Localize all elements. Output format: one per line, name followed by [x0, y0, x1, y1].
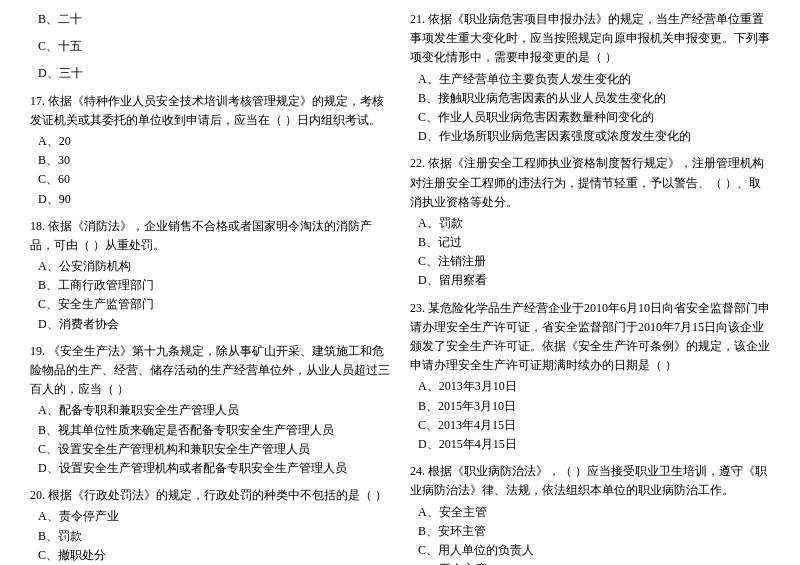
question-23: 23. 某危险化学品生产经营企业于2010年6月10日向省安全监督部门申请办理安… [410, 299, 770, 455]
q19-option-a: A、配备专职和兼职安全生产管理人员 [30, 401, 390, 420]
q17-option-a: A、20 [30, 132, 390, 151]
question-19: 19. 《安全生产法》第十九条规定，除从事矿山开采、建筑施工和危险物品的生产、经… [30, 342, 390, 478]
q23-option-d: D、2015年4月15日 [410, 435, 770, 454]
option-text: D、三十 [30, 64, 390, 83]
q23-option-b: B、2015年3月10日 [410, 397, 770, 416]
q21-option-c: C、作业人员职业病危害因素数量种间变化的 [410, 108, 770, 127]
q21-option-b: B、接触职业病危害因素的从业人员发生变化的 [410, 89, 770, 108]
option-c-15: C、十五 [30, 37, 390, 56]
option-text: B、二十 [30, 10, 390, 29]
q22-option-b: B、记过 [410, 233, 770, 252]
q18-option-a: A、公安消防机构 [30, 257, 390, 276]
q23-option-a: A、2013年3月10日 [410, 377, 770, 396]
q20-option-b: B、罚款 [30, 527, 390, 546]
q23-option-c: C、2013年4月15日 [410, 416, 770, 435]
two-column-layout: B、二十 C、十五 D、三十 17. 依据《特种作业人员安全技术培训考核管理规定… [30, 10, 770, 565]
q19-option-b: B、视其单位性质来确定是否配备专职安全生产管理人员 [30, 421, 390, 440]
q17-option-d: D、90 [30, 190, 390, 209]
option-d-30: D、三十 [30, 64, 390, 83]
page-container: B、二十 C、十五 D、三十 17. 依据《特种作业人员安全技术培训考核管理规定… [30, 10, 770, 565]
q20-option-a: A、责令停产业 [30, 507, 390, 526]
question-19-text: 19. 《安全生产法》第十九条规定，除从事矿山开采、建筑施工和危险物品的生产、经… [30, 342, 390, 400]
right-column: 21. 依据《职业病危害项目申报办法》的规定，当生产经营单位重置事项发生重大变化… [410, 10, 770, 565]
q22-option-a: A、罚款 [410, 214, 770, 233]
option-text: C、十五 [30, 37, 390, 56]
question-20-text: 20. 根据《行政处罚法》的规定，行政处罚的种类中不包括的是（ ） [30, 486, 390, 505]
question-21-text: 21. 依据《职业病危害项目申报办法》的规定，当生产经营单位重置事项发生重大变化… [410, 10, 770, 68]
question-23-text: 23. 某危险化学品生产经营企业于2010年6月10日向省安全监督部门申请办理安… [410, 299, 770, 376]
q19-option-d: D、设置安全生产管理机构或者配备专职安全生产管理人员 [30, 459, 390, 478]
question-18-text: 18. 依据《消防法》，企业销售不合格或者国家明令淘汰的消防产品，可由（ ）从重… [30, 217, 390, 255]
option-b-20: B、二十 [30, 10, 390, 29]
question-21: 21. 依据《职业病危害项目申报办法》的规定，当生产经营单位重置事项发生重大变化… [410, 10, 770, 146]
q24-option-c: C、用人单位的负责人 [410, 541, 770, 560]
q17-option-c: C、60 [30, 170, 390, 189]
q22-option-d: D、留用察看 [410, 271, 770, 290]
q21-option-d: D、作业场所职业病危害因素强度或浓度发生变化的 [410, 127, 770, 146]
question-22: 22. 依据《注册安全工程师执业资格制度暂行规定》，注册管理机构对注册安全工程师… [410, 154, 770, 290]
q21-option-a: A、生产经营单位主要负责人发生变化的 [410, 70, 770, 89]
q19-option-c: C、设置安全生产管理机构和兼职安全生产管理人员 [30, 440, 390, 459]
q24-option-d: D、工会主席 [410, 560, 770, 565]
question-22-text: 22. 依据《注册安全工程师执业资格制度暂行规定》，注册管理机构对注册安全工程师… [410, 154, 770, 212]
question-24: 24. 根据《职业病防治法》，（ ）应当接受职业卫生培训，遵守《职业病防治法》律… [410, 462, 770, 565]
question-17-text: 17. 依据《特种作业人员安全技术培训考核管理规定》的规定，考核发证机关或其委托… [30, 92, 390, 130]
question-20: 20. 根据《行政处罚法》的规定，行政处罚的种类中不包括的是（ ） A、责令停产… [30, 486, 390, 565]
q17-option-b: B、30 [30, 151, 390, 170]
q18-option-d: D、消费者协会 [30, 315, 390, 334]
q24-option-b: B、安环主管 [410, 522, 770, 541]
q24-option-a: A、安全主管 [410, 503, 770, 522]
q20-option-c: C、撤职处分 [30, 546, 390, 565]
question-24-text: 24. 根据《职业病防治法》，（ ）应当接受职业卫生培训，遵守《职业病防治法》律… [410, 462, 770, 500]
q18-option-c: C、安全生产监管部门 [30, 295, 390, 314]
q18-option-b: B、工商行政管理部门 [30, 276, 390, 295]
question-18: 18. 依据《消防法》，企业销售不合格或者国家明令淘汰的消防产品，可由（ ）从重… [30, 217, 390, 334]
left-column: B、二十 C、十五 D、三十 17. 依据《特种作业人员安全技术培训考核管理规定… [30, 10, 390, 565]
question-17: 17. 依据《特种作业人员安全技术培训考核管理规定》的规定，考核发证机关或其委托… [30, 92, 390, 209]
q22-option-c: C、注销注册 [410, 252, 770, 271]
